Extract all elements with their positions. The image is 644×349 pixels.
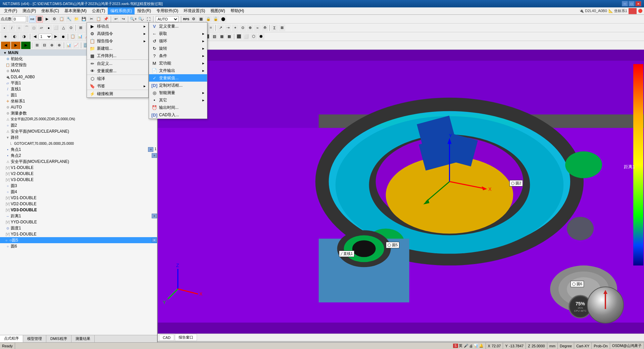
tree-path[interactable]: ▼ 路径 (0, 134, 157, 140)
cad-button[interactable]: CAD (159, 335, 174, 341)
tb-plane[interactable]: ▱ (38, 25, 45, 31)
tb-i3[interactable]: ⌖ (232, 25, 239, 31)
tb-o4[interactable]: ▩ (226, 33, 233, 40)
prog-system-menu[interactable]: ▶ 移动点 ► ⚙ 高级指令 ► 📋 报告指令 ► 📁 新建组... (87, 22, 149, 98)
menu-basic-measure[interactable]: 基本测量(M) (62, 7, 89, 14)
tree-vd1[interactable]: [V] VD1-DOUBLE (0, 195, 157, 201)
tab-point-program[interactable]: 点式程序 (0, 335, 23, 343)
sub-file-output[interactable]: 📄 文件输出 ► (149, 67, 207, 74)
tb-line[interactable]: / (8, 25, 15, 31)
tree-circle5[interactable]: ○ ○圆5 ≡ (0, 237, 157, 243)
tree-corner1[interactable]: • 角点1 ≡ 1 (0, 146, 157, 152)
tb-18[interactable]: ⬤ (220, 16, 227, 23)
tb-rect[interactable]: □ (31, 25, 37, 31)
tb-q2[interactable]: ▶ (11, 42, 20, 49)
tb-j2[interactable]: ⊠ (279, 25, 285, 31)
tb-15[interactable]: ▦ (198, 16, 204, 23)
tb-o3[interactable]: ▦ (218, 33, 225, 40)
tree-v3[interactable]: [V] V3-DOUBLE (0, 177, 157, 183)
tree-safe-plane3[interactable]: ⚠ 安全平面(MOVE/CLEARPLANE) (0, 159, 157, 165)
sub-cad-import[interactable]: [D] CAD导入... (149, 111, 207, 119)
points-input[interactable] (13, 16, 26, 22)
tree-yyd[interactable]: [V] YYD-DOUBLE (0, 219, 157, 225)
tb-12[interactable]: 🔍- (138, 16, 144, 23)
menu-var-observe[interactable]: 👁 变量观察... (87, 67, 148, 75)
tb-q1[interactable]: ◀ (1, 42, 10, 49)
tb-next[interactable]: ▶ (52, 33, 59, 40)
tree-v2[interactable]: [V] V2-DOUBLE (0, 171, 157, 177)
tb-circle[interactable]: ○ (16, 25, 22, 31)
tb-init[interactable]: Init (29, 16, 36, 23)
tb-stop[interactable]: ⬛ (36, 16, 43, 23)
menu-tolerance[interactable]: 公差(T) (89, 7, 108, 14)
sub-condition[interactable]: ? 条件 ► (149, 52, 207, 59)
sub-smart-measure[interactable]: ◎ 智能测量 ► (149, 89, 207, 96)
sub-output-time[interactable]: ⏰ 输出时间... (149, 104, 207, 111)
tb-p4[interactable]: ⬢ (258, 33, 264, 40)
tb-k3[interactable]: ◑ (20, 33, 29, 40)
tb-16[interactable]: 🔒 (205, 16, 212, 23)
tree-goto[interactable]: L GOTO/CART,70.0000,-26.0000,25.0000 (0, 140, 157, 146)
sub-rotate[interactable]: ↻ 旋转 ► (149, 45, 207, 52)
minimize-button[interactable]: ─ (622, 1, 628, 6)
sub-get[interactable]: ← 获取 ► (149, 30, 207, 37)
tree-measure-param[interactable]: ⚙ 测量参数 (0, 110, 157, 116)
tab-model-manage[interactable]: 模型管理 (23, 335, 46, 343)
menu-report-cmd[interactable]: 📋 报告指令 ► (87, 37, 148, 45)
tb-11[interactable]: 🔍+ (130, 16, 137, 23)
step-select[interactable]: 125 (39, 34, 52, 40)
tb-j1[interactable]: Σ (271, 25, 278, 31)
sub-other[interactable]: • 其它 ► (149, 96, 207, 104)
sub-macro[interactable]: M 宏功能 ► (149, 59, 207, 67)
tree-dist1[interactable]: ↔ 距离1 ≡ (0, 213, 157, 219)
menu-report[interactable]: 报告(R) (135, 7, 154, 14)
tree-coord1[interactable]: ✛ 坐标系1 (0, 98, 157, 104)
tree-v1[interactable]: [V] V1-DOUBLE (0, 165, 157, 171)
tb-r3[interactable]: ⊕ (48, 42, 55, 49)
menu-file[interactable]: 文件(F) (1, 7, 20, 14)
tab-dmis-program[interactable]: DMIS程序 (46, 335, 71, 343)
sub-loop[interactable]: ↺ 循环 ► (149, 37, 207, 45)
tb-rps[interactable]: RPS (183, 16, 190, 23)
tb-point[interactable]: • (1, 25, 8, 31)
tb-p3[interactable]: ⬡ (250, 33, 257, 40)
tb-8[interactable]: 📌 (103, 16, 109, 23)
tree-corner2[interactable]: • 角点2 ≡ (0, 152, 157, 159)
tb-l2[interactable]: 📊 (77, 33, 84, 40)
menu-workpiece-array[interactable]: ▦ 工件阵列... (87, 52, 148, 59)
tree-circle2[interactable]: ○ 圆2 (0, 122, 157, 128)
tb-i1[interactable]: ↗ (217, 25, 224, 31)
tb-h7[interactable]: ⌗ (207, 25, 214, 31)
tree-round1[interactable]: ⊙ 圆度1 (0, 225, 157, 231)
tb-14[interactable]: ⚙ (190, 16, 197, 23)
view-area[interactable]: Y X (158, 50, 644, 341)
tb-p1[interactable]: ⬛ (236, 33, 242, 40)
tb-cone[interactable]: △ (60, 25, 67, 31)
tb-torus[interactable]: ⊙ (67, 25, 74, 31)
tb-3[interactable]: 🔧 (66, 16, 72, 23)
menu-special-software[interactable]: 专用软件(O) (154, 7, 181, 14)
tb-record[interactable]: ⏺ (60, 33, 66, 40)
tb-i4[interactable]: ⊙ (239, 25, 246, 31)
tree-circle3[interactable]: ○ 圆3 (0, 183, 157, 189)
tb-i2[interactable]: ⇢ (225, 25, 231, 31)
tb-arc[interactable]: ⌒ (23, 25, 30, 31)
menu-shrink[interactable]: ⬡ 缩泽 (87, 75, 148, 82)
menu-collision[interactable]: ⚡ 碰撞检测 (87, 90, 148, 97)
tree-circle4[interactable]: ○ 圆4 (0, 189, 157, 195)
menu-advanced-cmd[interactable]: ⚙ 高级指令 ► (87, 30, 148, 37)
tree-safe-plane1[interactable]: ⚠ 安全平面(ZDIR,25.0000,ZDIR,25.0000,ON) (0, 116, 157, 122)
submenu-prog[interactable]: V 定义变量... ← 获取 ► ↺ 循环 ► ↻ 旋转 ► ? 条件 ► (149, 22, 207, 119)
tree-vd3[interactable]: [V] VD3-DOUBLE (0, 207, 157, 213)
tb-2[interactable]: 📋 (58, 16, 65, 23)
tb-r2[interactable]: ⊟ (41, 42, 48, 49)
tb-k1[interactable]: ◈ (1, 33, 10, 40)
tb-i5[interactable]: ⊕ (247, 25, 253, 31)
tb-auto[interactable]: ▶ (44, 16, 50, 23)
menu-view[interactable]: 视图(W) (208, 7, 228, 14)
tb-4[interactable]: 📁 (73, 16, 80, 23)
menu-custom[interactable]: ✏ 自定义... (87, 60, 148, 67)
tree-safe-plane2[interactable]: ⚠ 安全平面(MOVE/CLEARPLANE) (0, 128, 157, 134)
tb-p2[interactable]: ⬜ (243, 33, 250, 40)
tb-l1[interactable]: 📋 (69, 33, 76, 40)
